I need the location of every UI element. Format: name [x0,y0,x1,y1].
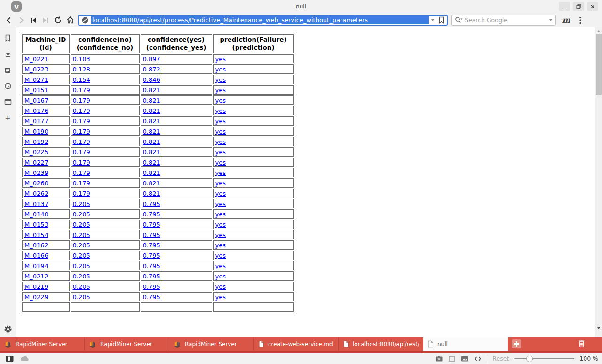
cell-link[interactable]: 0.821 [143,180,160,187]
page-tiling-icon[interactable] [448,356,456,362]
cell-link[interactable]: 0.795 [143,252,160,259]
fast-forward-button[interactable] [40,15,52,26]
cell-link[interactable]: yes [215,211,226,218]
cell-link[interactable]: yes [215,231,226,238]
cell-link[interactable]: 0.821 [143,149,160,156]
cell-link[interactable]: M_0260 [24,180,48,187]
cell-link[interactable]: yes [215,252,226,259]
closed-tabs-trash-icon[interactable] [578,340,585,348]
cell-link[interactable]: 0.179 [73,128,90,135]
cell-link[interactable]: 0.179 [73,97,90,104]
scrollbar-down-arrow[interactable] [595,325,602,331]
zoom-reset-button[interactable]: Reset [492,355,509,362]
tab-create-web-service-md[interactable]: create-web-service.md [254,337,339,351]
cell-link[interactable]: yes [215,200,226,207]
cell-link[interactable]: M_0192 [24,138,48,145]
tab-rapidminer-server[interactable]: RapidMiner Server [85,337,169,351]
cell-link[interactable]: yes [215,149,226,156]
sync-cloud-icon[interactable] [20,356,29,362]
cell-link[interactable]: 0.179 [73,118,90,125]
vivaldi-menu-icon[interactable]: V [11,1,22,12]
cell-link[interactable]: 0.795 [143,283,160,290]
cell-link[interactable]: M_0166 [24,252,48,259]
cell-link[interactable]: yes [215,221,226,228]
cell-link[interactable]: 0.897 [143,55,160,63]
reload-button[interactable] [52,15,64,26]
cell-link[interactable]: M_0140 [24,211,48,218]
cell-link[interactable]: 0.795 [143,200,160,207]
cell-link[interactable]: 0.846 [143,76,160,83]
cell-link[interactable]: M_0229 [24,293,48,301]
zoom-slider-knob[interactable] [526,356,533,362]
cell-link[interactable]: 0.795 [143,242,160,249]
cell-link[interactable]: 0.205 [73,252,90,259]
notes-icon[interactable] [2,64,14,76]
cell-link[interactable]: M_0151 [24,87,48,94]
cell-link[interactable]: 0.821 [143,128,160,135]
cell-link[interactable]: yes [215,107,226,114]
cell-link[interactable]: 0.821 [143,138,160,145]
cell-link[interactable]: M_0154 [24,231,48,238]
cell-link[interactable]: 0.128 [73,66,90,73]
url-text-selected[interactable]: localhost:8080/api/rest/process/Predicti… [91,16,429,24]
close-button[interactable] [587,2,598,11]
cell-link[interactable]: 0.795 [143,293,160,301]
page-actions-icon[interactable] [474,356,482,362]
cell-link[interactable]: 0.205 [73,221,90,228]
cell-link[interactable]: M_0262 [24,190,48,197]
zoom-slider-track[interactable] [514,358,574,359]
minimize-button[interactable] [559,2,570,11]
vertical-scrollbar[interactable] [595,27,602,337]
cell-link[interactable]: M_0223 [24,66,48,73]
scrollbar-up-arrow[interactable] [595,28,602,34]
window-icon[interactable] [2,96,14,108]
cell-link[interactable]: M_0271 [24,76,48,83]
restore-button[interactable] [573,2,584,11]
cell-link[interactable]: 0.821 [143,97,160,104]
cell-link[interactable]: M_0225 [24,149,48,156]
cell-link[interactable]: yes [215,293,226,301]
cell-link[interactable]: yes [215,118,226,125]
cell-link[interactable]: yes [215,128,226,135]
cell-link[interactable]: yes [215,169,226,176]
cell-link[interactable]: 0.205 [73,211,90,218]
settings-gear-icon[interactable] [0,325,16,333]
cell-link[interactable]: M_0239 [24,169,48,176]
cell-link[interactable]: M_0153 [24,221,48,228]
cell-link[interactable]: 0.205 [73,273,90,280]
cell-link[interactable]: 0.179 [73,190,90,197]
extension-button[interactable]: m [560,15,573,26]
cell-link[interactable]: 0.795 [143,262,160,269]
cell-link[interactable]: 0.205 [73,200,90,207]
cell-link[interactable]: 0.179 [73,149,90,156]
new-tab-button[interactable] [512,339,521,348]
cell-link[interactable]: yes [215,66,226,73]
rewind-button[interactable] [27,15,40,26]
cell-link[interactable]: 0.205 [73,293,90,301]
cell-link[interactable]: M_0137 [24,200,48,207]
tab-localhost-8080-api-rest-p[interactable]: localhost:8080/api/rest/p [339,337,423,351]
cell-link[interactable]: yes [215,180,226,187]
cell-link[interactable]: M_0177 [24,118,48,125]
cell-link[interactable]: M_0176 [24,107,48,114]
add-panel-icon[interactable]: + [2,112,14,124]
cell-link[interactable]: 0.821 [143,87,160,94]
cell-link[interactable]: M_0167 [24,97,48,104]
cell-link[interactable]: 0.179 [73,159,90,166]
toggle-panel-icon[interactable] [6,356,14,362]
cell-link[interactable]: yes [215,138,226,145]
cell-link[interactable]: M_0190 [24,128,48,135]
url-bar[interactable]: localhost:8080/api/rest/process/Predicti… [78,15,448,26]
cell-link[interactable]: yes [215,273,226,280]
back-button[interactable] [3,15,15,26]
cell-link[interactable]: 0.179 [73,138,90,145]
cell-link[interactable]: M_0219 [24,283,48,290]
cell-link[interactable]: 0.821 [143,118,160,125]
cell-link[interactable]: 0.205 [73,231,90,238]
cell-link[interactable]: 0.795 [143,211,160,218]
cell-link[interactable]: 0.795 [143,221,160,228]
search-engine-dropdown-icon[interactable] [549,19,553,21]
cell-link[interactable]: 0.821 [143,169,160,176]
search-input[interactable] [465,16,549,24]
cell-link[interactable]: 0.179 [73,87,90,94]
